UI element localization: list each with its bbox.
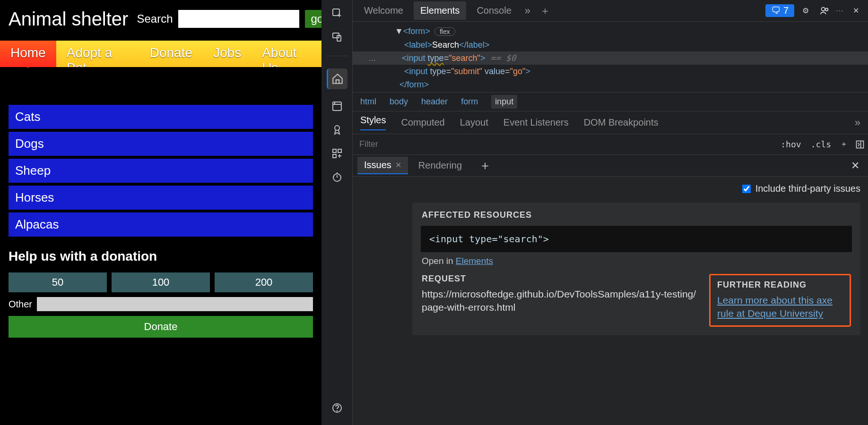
styles-tabs: Styles Computed Layout Event Listeners D… xyxy=(353,111,868,134)
sources-tool-icon[interactable] xyxy=(330,123,344,136)
issues-icon: 🗨 xyxy=(771,5,781,16)
dom-breadcrumb: html body header form input xyxy=(353,93,868,111)
list-item[interactable]: Sheep xyxy=(9,159,313,183)
separator xyxy=(326,56,348,56)
issues-count: 7 xyxy=(783,5,789,16)
include-third-party-checkbox[interactable] xyxy=(742,185,751,193)
dom-line[interactable]: <label>Search</label> xyxy=(353,38,868,51)
main-nav: Home Adopt a Pet Donate Jobs About Us xyxy=(0,41,321,67)
dom-line[interactable]: </form> xyxy=(353,78,868,91)
drawer-tab-rendering[interactable]: Rendering xyxy=(412,157,469,174)
svg-point-11 xyxy=(822,7,825,10)
svg-rect-5 xyxy=(333,149,336,153)
hov-toggle[interactable]: :hov xyxy=(776,139,806,149)
nav-about[interactable]: About Us xyxy=(252,41,321,67)
welcome-tool-icon[interactable] xyxy=(330,100,344,113)
close-devtools-icon[interactable]: ✕ xyxy=(848,3,863,18)
nav-donate[interactable]: Donate xyxy=(139,41,203,67)
devtools-activity-bar xyxy=(321,0,353,425)
tab-styles[interactable]: Styles xyxy=(360,115,386,130)
donate-button[interactable]: Donate xyxy=(9,316,313,338)
list-item[interactable]: Cats xyxy=(9,105,313,129)
device-toggle-icon[interactable] xyxy=(330,30,344,43)
animal-list: Cats Dogs Sheep Horses Alpacas xyxy=(0,94,321,241)
breadcrumb-item[interactable]: html xyxy=(360,97,376,107)
request-heading: REQUEST xyxy=(422,274,699,284)
tab-welcome[interactable]: Welcome xyxy=(357,1,410,20)
nav-adopt[interactable]: Adopt a Pet xyxy=(56,41,139,67)
styles-filter-input[interactable] xyxy=(353,134,776,154)
dom-line-selected[interactable]: ... <input type="search"> == $0 xyxy=(353,51,868,65)
request-url: https://microsoftedge.github.io/DevTools… xyxy=(422,288,699,314)
breadcrumb-item[interactable]: input xyxy=(491,95,517,109)
donation-amount-button[interactable]: 200 xyxy=(215,272,313,292)
svg-point-4 xyxy=(335,126,339,130)
tab-layout[interactable]: Layout xyxy=(460,117,488,128)
search-label: Search xyxy=(137,12,173,26)
page-title: Animal shelter xyxy=(9,8,128,29)
dom-tree[interactable]: ▼<form> flex <label>Search</label> ... <… xyxy=(353,22,868,93)
list-item[interactable]: Dogs xyxy=(9,132,313,156)
svg-rect-7 xyxy=(333,154,336,158)
search-form: Search go xyxy=(137,10,329,28)
svg-rect-6 xyxy=(338,149,341,153)
search-input[interactable] xyxy=(178,10,299,28)
elements-tool-icon[interactable] xyxy=(327,68,347,89)
tab-computed[interactable]: Computed xyxy=(401,117,444,128)
dom-line[interactable]: <input type="submit" value="go"> xyxy=(353,65,868,78)
help-icon[interactable] xyxy=(330,401,344,415)
cls-toggle[interactable]: .cls xyxy=(806,139,836,149)
include-third-party-row: Include third-party issues xyxy=(360,183,860,194)
svg-rect-3 xyxy=(333,102,341,110)
donation-amount-button[interactable]: 100 xyxy=(112,272,210,292)
add-tab-icon[interactable]: ＋ xyxy=(537,4,553,18)
rendered-page: Animal shelter Search go Home Adopt a Pe… xyxy=(0,0,321,425)
tab-event-listeners[interactable]: Event Listeners xyxy=(503,117,569,128)
inspect-icon[interactable] xyxy=(330,7,344,20)
more-tabs-icon[interactable]: » xyxy=(522,5,533,17)
list-item[interactable]: Alpacas xyxy=(9,212,313,237)
svg-point-12 xyxy=(825,8,828,11)
more-style-tabs-icon[interactable]: » xyxy=(855,117,860,129)
donation-amount-button[interactable]: 50 xyxy=(9,272,107,292)
settings-icon[interactable]: ⚙ xyxy=(798,3,813,18)
drawer-tab-issues[interactable]: Issues ✕ xyxy=(357,157,408,174)
affected-resource-code: <input type="search"> xyxy=(421,226,852,252)
add-drawer-tab-icon[interactable]: ＋ xyxy=(479,157,491,174)
devtools-panel: Welcome Elements Console » ＋ 🗨 7 ⚙ ⋯ ✕ ▼… xyxy=(321,0,868,425)
affected-resources-heading: AFFECTED RESOURCES xyxy=(412,203,860,226)
open-in-row: Open in Elements xyxy=(412,252,860,274)
new-style-rule-icon[interactable]: ＋ xyxy=(836,136,852,153)
spacer xyxy=(0,67,321,94)
tab-dom-breakpoints[interactable]: DOM Breakpoints xyxy=(584,117,659,128)
tab-console[interactable]: Console xyxy=(470,1,518,20)
dom-line[interactable]: ▼<form> flex xyxy=(353,25,868,38)
breadcrumb-item[interactable]: form xyxy=(461,97,478,107)
devtools-main: Welcome Elements Console » ＋ 🗨 7 ⚙ ⋯ ✕ ▼… xyxy=(353,0,868,425)
open-in-prefix: Open in xyxy=(422,256,456,266)
drawer-tabs: Issues ✕ Rendering ＋ ✕ xyxy=(353,155,868,177)
issues-counter[interactable]: 🗨 7 xyxy=(765,4,794,17)
svg-point-10 xyxy=(337,411,337,411)
svg-rect-13 xyxy=(857,141,864,148)
open-in-elements-link[interactable]: Elements xyxy=(456,256,493,266)
donation-other-input[interactable] xyxy=(37,297,313,311)
drawer-tab-label: Issues xyxy=(364,160,391,170)
feedback-icon[interactable] xyxy=(817,3,832,18)
more-menu-icon[interactable]: ⋯ xyxy=(836,6,844,15)
issues-drawer[interactable]: Include third-party issues AFFECTED RESO… xyxy=(353,177,868,425)
further-reading-link[interactable]: Learn more about this axe rule at Deque … xyxy=(717,295,833,319)
breadcrumb-item[interactable]: header xyxy=(421,97,448,107)
tab-elements[interactable]: Elements xyxy=(414,1,466,20)
include-third-party-label: Include third-party issues xyxy=(755,183,860,194)
nav-jobs[interactable]: Jobs xyxy=(203,41,252,67)
breadcrumb-item[interactable]: body xyxy=(390,97,408,107)
computed-panel-toggle-icon[interactable] xyxy=(852,136,868,153)
network-tool-icon[interactable] xyxy=(330,147,344,160)
performance-tool-icon[interactable] xyxy=(330,170,344,184)
close-drawer-icon[interactable]: ✕ xyxy=(847,160,863,172)
close-tab-icon[interactable]: ✕ xyxy=(395,161,401,170)
styles-filter-row: :hov .cls ＋ xyxy=(353,134,868,155)
list-item[interactable]: Horses xyxy=(9,186,313,210)
nav-home[interactable]: Home xyxy=(0,41,56,67)
